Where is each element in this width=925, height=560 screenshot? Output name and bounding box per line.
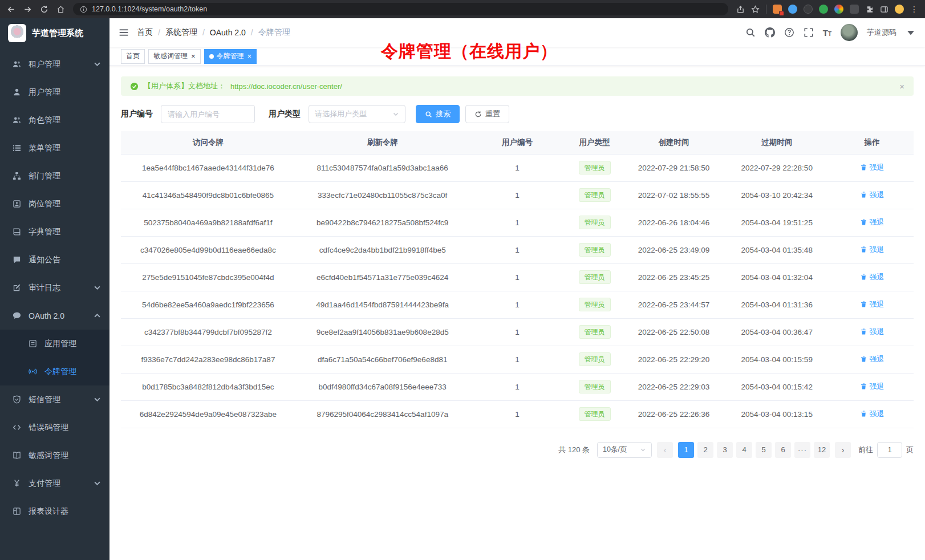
reset-button[interactable]: 重置 — [465, 105, 509, 123]
user-type-select[interactable]: 请选择用户类型 — [309, 105, 405, 123]
breadcrumb-separator: / — [158, 28, 160, 37]
sidebar-item-pay[interactable]: 支付管理 — [0, 469, 109, 497]
force-logout-button[interactable]: 强退 — [860, 354, 885, 364]
access-token-cell: 41c41346a548490f9dc8b01c6bfe0865 — [121, 181, 295, 209]
browser-menu-icon[interactable]: ⋮ — [910, 5, 918, 14]
sidebar-item-error-code[interactable]: 错误码管理 — [0, 413, 109, 441]
sidebar-item-role[interactable]: 角色管理 — [0, 106, 109, 134]
breadcrumb-item[interactable]: 系统管理 — [165, 27, 197, 38]
goto-page-input[interactable] — [877, 442, 902, 458]
extension-icon-5[interactable] — [834, 5, 843, 14]
force-logout-button[interactable]: 强退 — [860, 409, 885, 419]
expires-at-cell: 2054-03-04 00:15:59 — [723, 346, 830, 373]
table-row: 1ea5e44f8bc1467aaede43144f31de76811c5304… — [121, 154, 914, 181]
sidebar-item-oauth2[interactable]: OAuth 2.0 — [0, 302, 109, 330]
user-id-cell: 1 — [470, 400, 565, 428]
browser-url-bar[interactable]: 127.0.0.1:1024/system/oauth2/token — [73, 3, 728, 15]
search-button-label: 搜索 — [436, 109, 451, 119]
sidebar-item-post[interactable]: 岗位管理 — [0, 190, 109, 218]
pagination-page-12[interactable]: 12 — [814, 442, 830, 458]
force-logout-button[interactable]: 强退 — [860, 327, 885, 337]
doc-alert: 【用户体系】文档地址： https://doc.iocoder.cn/user-… — [121, 76, 914, 96]
side-panel-icon[interactable] — [880, 5, 889, 14]
app-logo[interactable]: 芋道管理系统 — [0, 18, 109, 48]
font-size-icon[interactable]: TT — [823, 28, 831, 38]
sidebar-item-dept[interactable]: 部门管理 — [0, 162, 109, 190]
pagination-page-5[interactable]: 5 — [756, 442, 772, 458]
browser-reload-icon[interactable] — [40, 5, 48, 14]
tab-close-icon[interactable]: × — [191, 52, 196, 60]
table-row: 502375b8040a469a9b82188afdf6af1fbe90422b… — [121, 209, 914, 236]
force-logout-button[interactable]: 强退 — [860, 217, 885, 228]
search-icon[interactable] — [745, 27, 756, 38]
pagination-pages: 123456···12 — [678, 442, 830, 458]
pagination-next-button[interactable]: › — [835, 442, 851, 458]
extension-icon-2[interactable] — [788, 5, 797, 14]
sidebar-item-audit-log[interactable]: 审计日志 — [0, 274, 109, 302]
sidebar-item-oauth2-app[interactable]: 应用管理 — [0, 330, 109, 358]
github-icon[interactable] — [765, 27, 775, 38]
breadcrumb-separator: / — [251, 28, 253, 37]
extension-icon-1[interactable] — [773, 5, 782, 14]
tab-close-icon[interactable]: × — [248, 52, 252, 60]
user-type-cell: 管理员 — [565, 400, 624, 428]
extension-icon-6[interactable] — [850, 5, 859, 14]
user-avatar[interactable] — [841, 24, 858, 41]
tab-sensitive-word[interactable]: 敏感词管理× — [148, 49, 201, 64]
sidebar-item-dict[interactable]: 字典管理 — [0, 218, 109, 246]
success-check-icon — [130, 82, 139, 91]
breadcrumb-item[interactable]: 首页 — [137, 27, 153, 38]
doc-link[interactable]: https://doc.iocoder.cn/user-center/ — [230, 82, 342, 91]
user-type-badge: 管理员 — [579, 188, 611, 202]
browser-back-icon[interactable] — [7, 5, 15, 14]
pagination-page-4[interactable]: 4 — [736, 442, 752, 458]
extension-icon-4[interactable] — [819, 5, 828, 14]
help-icon[interactable] — [784, 27, 794, 38]
access-token-cell: 6d842e2924594de9a09e45e087323abe — [121, 400, 295, 428]
goto-label: 前往 — [858, 445, 873, 455]
share-icon[interactable] — [736, 5, 745, 14]
sidebar-item-sensitive-word[interactable]: 敏感词管理 — [0, 441, 109, 469]
bookmark-star-icon[interactable] — [751, 5, 760, 14]
user-id-input[interactable] — [161, 105, 255, 123]
sidebar-item-oauth2-token[interactable]: 令牌管理 — [0, 358, 109, 385]
pagination-page-1[interactable]: 1 — [678, 442, 694, 458]
site-info-icon[interactable] — [80, 6, 87, 13]
sidebar-collapse-icon[interactable] — [119, 27, 129, 38]
browser-home-icon[interactable] — [56, 5, 65, 14]
sidebar-item-label: 令牌管理 — [44, 367, 102, 377]
force-logout-button[interactable]: 强退 — [860, 190, 885, 200]
breadcrumb-item[interactable]: OAuth 2.0 — [210, 28, 246, 37]
pagination-page-6[interactable]: 6 — [775, 442, 791, 458]
sidebar-item-tenant[interactable]: 租户管理 — [0, 50, 109, 78]
extension-icon-3[interactable] — [804, 5, 813, 14]
sidebar-item-notice[interactable]: 通知公告 — [0, 246, 109, 274]
force-logout-button[interactable]: 强退 — [860, 272, 885, 282]
force-logout-label: 强退 — [870, 382, 885, 392]
sidebar-item-user[interactable]: 用户管理 — [0, 78, 109, 106]
pagination-prev-button[interactable]: ‹ — [657, 442, 673, 458]
tab-token[interactable]: 令牌管理× — [204, 49, 257, 64]
header-actions: TT 芋道源码 — [745, 24, 916, 41]
browser-profile-avatar[interactable] — [895, 5, 904, 14]
pagination-page-2[interactable]: 2 — [697, 442, 713, 458]
alert-close-icon[interactable]: × — [899, 82, 904, 91]
username[interactable]: 芋道源码 — [867, 27, 896, 38]
pagination-ellipsis[interactable]: ··· — [794, 442, 810, 458]
pagination-page-3[interactable]: 3 — [717, 442, 733, 458]
user-menu-caret-icon[interactable] — [906, 27, 916, 38]
force-logout-button[interactable]: 强退 — [860, 245, 885, 255]
sidebar-item-report-designer[interactable]: 报表设计器 — [0, 497, 109, 525]
sidebar-item-sms[interactable]: 短信管理 — [0, 385, 109, 413]
extensions-puzzle-icon[interactable] — [865, 5, 874, 14]
search-button[interactable]: 搜索 — [416, 105, 460, 123]
force-logout-button[interactable]: 强退 — [860, 382, 885, 392]
force-logout-button[interactable]: 强退 — [860, 299, 885, 310]
browser-forward-icon[interactable] — [23, 5, 32, 14]
force-logout-button[interactable]: 强退 — [860, 163, 885, 173]
fullscreen-icon[interactable] — [804, 27, 814, 38]
trash-icon — [860, 383, 867, 390]
tab-home[interactable]: 首页 — [121, 49, 145, 64]
page-size-select[interactable]: 10条/页 — [597, 442, 652, 458]
sidebar-item-menu[interactable]: 菜单管理 — [0, 134, 109, 162]
